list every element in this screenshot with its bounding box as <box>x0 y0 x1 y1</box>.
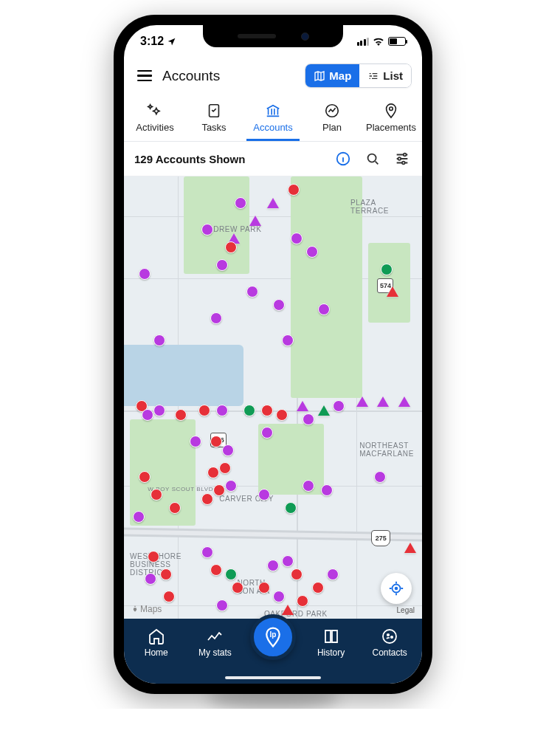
map-marker[interactable] <box>291 233 303 244</box>
map-marker[interactable] <box>398 396 410 407</box>
fab-button[interactable]: lp <box>250 614 296 660</box>
map-marker[interactable] <box>381 264 393 275</box>
nav-home[interactable]: Home <box>133 625 180 658</box>
map-marker[interactable] <box>216 599 228 611</box>
maps-attribution: Maps <box>131 604 162 614</box>
map-marker[interactable] <box>261 427 273 439</box>
tab-accounts[interactable]: Accounts <box>246 98 300 141</box>
filter-button[interactable] <box>393 149 412 168</box>
map-marker[interactable] <box>201 493 213 505</box>
battery-icon <box>388 37 406 46</box>
map-marker[interactable] <box>267 198 279 208</box>
map-marker[interactable] <box>273 299 285 311</box>
map-marker[interactable] <box>327 568 339 580</box>
map-label: NORTHEAST MACFARLANE <box>359 441 414 458</box>
map-marker[interactable] <box>198 405 210 416</box>
map-marker[interactable] <box>225 241 237 253</box>
map-marker[interactable] <box>282 605 294 615</box>
nav-my-stats[interactable]: My stats <box>191 625 238 658</box>
stats-icon <box>206 628 224 645</box>
svg-point-5 <box>398 157 401 160</box>
map-marker[interactable] <box>258 489 270 501</box>
map-marker[interactable] <box>139 471 151 483</box>
map-marker[interactable] <box>321 484 333 496</box>
map-marker[interactable] <box>210 564 222 576</box>
map-marker[interactable] <box>160 568 172 580</box>
map-marker[interactable] <box>374 471 386 483</box>
map-marker[interactable] <box>190 436 201 447</box>
map-marker[interactable] <box>404 543 416 553</box>
menu-button[interactable] <box>134 67 155 84</box>
map-marker[interactable] <box>225 480 237 492</box>
list-toggle-button[interactable]: List <box>359 64 411 87</box>
map-marker[interactable] <box>142 409 153 421</box>
map-marker[interactable] <box>297 595 308 607</box>
map-view[interactable]: PLAZA TERRACE DREW PARK NORTHEAST MACFAR… <box>124 176 422 619</box>
map-marker[interactable] <box>148 551 159 563</box>
map-marker[interactable] <box>219 462 231 474</box>
map-marker[interactable] <box>285 502 297 514</box>
map-marker[interactable] <box>139 268 151 280</box>
map-marker[interactable] <box>291 568 303 580</box>
tasks-icon <box>206 103 222 119</box>
map-toggle-button[interactable]: Map <box>305 64 359 87</box>
map-marker[interactable] <box>210 436 222 447</box>
map-marker[interactable] <box>276 409 288 421</box>
map-marker[interactable] <box>216 405 228 416</box>
map-marker[interactable] <box>243 405 255 416</box>
svg-point-8 <box>395 588 398 590</box>
page-title: Accounts <box>162 68 297 84</box>
map-marker[interactable] <box>273 591 285 602</box>
map-marker[interactable] <box>303 413 314 425</box>
map-marker[interactable] <box>145 573 156 585</box>
map-marker[interactable] <box>175 409 187 421</box>
map-marker[interactable] <box>213 484 225 496</box>
map-marker[interactable] <box>318 303 330 315</box>
legal-link[interactable]: Legal <box>397 606 415 614</box>
tab-activities[interactable]: Activities <box>128 98 182 141</box>
map-marker[interactable] <box>387 286 398 297</box>
map-marker[interactable] <box>312 582 324 594</box>
map-marker[interactable] <box>216 259 228 271</box>
map-marker[interactable] <box>356 396 368 407</box>
map-marker[interactable] <box>151 489 162 501</box>
tab-placements[interactable]: Placements <box>364 98 418 141</box>
map-marker[interactable] <box>153 405 165 416</box>
map-marker[interactable] <box>333 400 345 412</box>
map-marker[interactable] <box>282 334 294 346</box>
map-marker[interactable] <box>282 555 294 567</box>
map-marker[interactable] <box>235 197 246 209</box>
map-marker[interactable] <box>261 405 273 416</box>
map-marker[interactable] <box>258 582 270 594</box>
locate-button[interactable] <box>381 573 412 604</box>
map-marker[interactable] <box>249 216 261 226</box>
map-marker[interactable] <box>303 480 314 492</box>
nav-history[interactable]: History <box>308 625 355 658</box>
map-marker[interactable] <box>306 246 318 258</box>
map-marker[interactable] <box>201 546 213 558</box>
nav-contacts[interactable]: Contacts <box>366 625 413 658</box>
map-marker[interactable] <box>232 582 243 594</box>
map-marker[interactable] <box>318 405 330 416</box>
tab-plan[interactable]: Plan <box>305 98 359 141</box>
map-marker[interactable] <box>288 184 300 196</box>
home-icon <box>148 628 165 645</box>
map-marker[interactable] <box>169 502 181 514</box>
map-marker[interactable] <box>153 334 165 346</box>
tab-tasks[interactable]: Tasks <box>187 98 241 141</box>
map-marker[interactable] <box>210 312 222 324</box>
map-marker[interactable] <box>246 286 258 298</box>
map-marker[interactable] <box>222 444 234 456</box>
map-marker[interactable] <box>297 401 308 411</box>
map-marker[interactable] <box>225 568 237 580</box>
map-marker[interactable] <box>201 224 213 236</box>
map-marker[interactable] <box>377 396 389 407</box>
map-marker[interactable] <box>267 560 279 571</box>
home-indicator[interactable] <box>225 676 321 679</box>
search-button[interactable] <box>363 149 382 168</box>
map-marker[interactable] <box>207 467 219 478</box>
map-marker[interactable] <box>163 591 175 602</box>
map-marker[interactable] <box>133 511 145 523</box>
info-button[interactable] <box>334 149 353 168</box>
header: Accounts Map List <box>124 58 422 94</box>
